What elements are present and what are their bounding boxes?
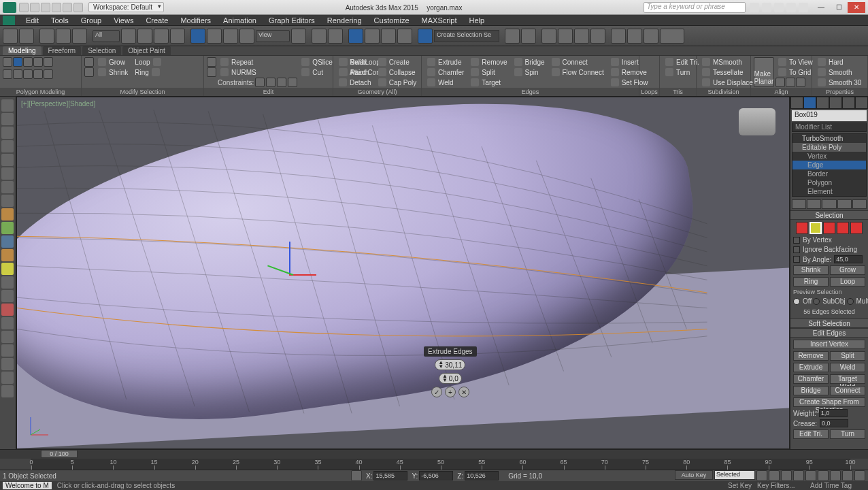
stack-edge[interactable]: Edge: [792, 161, 866, 169]
by-vertex-checkbox[interactable]: By Vertex: [793, 236, 865, 244]
so-border-icon[interactable]: [23, 57, 33, 67]
chamfer-button[interactable]: Chamfer: [424, 67, 467, 77]
remove-button[interactable]: Remove: [793, 351, 829, 361]
menu-create[interactable]: Create: [140, 16, 173, 25]
unlink-icon[interactable]: [56, 29, 71, 44]
ring-button[interactable]: Ring: [793, 277, 829, 287]
percent-snap-icon[interactable]: [381, 29, 396, 44]
ribbon-tab-objectpaint[interactable]: Object Paint: [122, 46, 170, 55]
qat-setproject-icon[interactable]: [73, 3, 83, 12]
qat-redo-icon[interactable]: [63, 3, 72, 12]
prev-sel-icon[interactable]: [84, 57, 94, 67]
viewport[interactable]: [+][Perspective][Shaded] Extrude Edges ▲…: [16, 97, 790, 449]
menu-edit[interactable]: Edit: [20, 16, 44, 25]
rollout-selection[interactable]: Selection: [790, 210, 868, 220]
lock-selection-icon[interactable]: [351, 470, 362, 481]
detach-button[interactable]: Detach: [336, 78, 374, 87]
lt-color-3[interactable]: [1, 235, 14, 248]
use-pivot-center-icon[interactable]: [291, 29, 306, 44]
so-vertex-icon[interactable]: [796, 222, 808, 234]
bridge-button[interactable]: Bridge: [512, 57, 548, 67]
attach-button[interactable]: Attach: [336, 67, 374, 77]
workspace-dropdown[interactable]: Workspace: Default: [88, 2, 164, 12]
help-icon[interactable]: [799, 3, 808, 12]
grow-button[interactable]: Grow: [830, 265, 865, 275]
keyfilters-button[interactable]: Key Filters...: [757, 482, 805, 489]
create-shape-button[interactable]: Create Shape From Selection: [793, 397, 865, 407]
show-result-icon[interactable]: [807, 199, 821, 209]
qat-new-icon[interactable]: [19, 3, 29, 12]
qslice-button[interactable]: QSlice: [299, 57, 335, 67]
flowconnect-button[interactable]: Flow Connect: [549, 67, 607, 77]
curve-editor-icon[interactable]: [574, 29, 589, 44]
align-toview-button[interactable]: To View: [775, 57, 816, 67]
edittri-button[interactable]: Edit Tri.: [793, 429, 829, 439]
edit-named-sel-icon[interactable]: [418, 29, 433, 44]
lt-12[interactable]: [1, 331, 14, 343]
crease-input[interactable]: [820, 419, 848, 427]
poly-btn-4[interactable]: [33, 69, 43, 79]
loop-button[interactable]: Loop: [132, 57, 163, 67]
toggle-ribbon-icon[interactable]: [558, 29, 573, 44]
minimize-button[interactable]: —: [812, 2, 830, 13]
so-polygon-icon[interactable]: [837, 222, 849, 234]
ring-button[interactable]: Ring: [132, 67, 163, 77]
msmooth-button[interactable]: MSmooth: [699, 57, 756, 67]
ribbon-tab-freeform[interactable]: Freeform: [43, 46, 82, 55]
stack-element[interactable]: Element: [792, 187, 866, 196]
lt-5[interactable]: [1, 154, 14, 166]
lt-1[interactable]: [1, 99, 14, 112]
so-edge-icon[interactable]: [13, 57, 22, 67]
track-bar[interactable]: 0510152025303540455055606570758085909510…: [31, 459, 850, 470]
by-angle-checkbox[interactable]: By Angle:: [793, 256, 831, 263]
stack-vertex[interactable]: Vertex: [792, 152, 866, 161]
menu-rendering[interactable]: Rendering: [322, 16, 367, 25]
preview-off-radio[interactable]: Off: [793, 297, 812, 305]
stack-border[interactable]: Border: [792, 169, 866, 178]
next-frame-icon[interactable]: [793, 470, 804, 481]
lt-16[interactable]: [1, 385, 14, 397]
insert-vertex-button[interactable]: Insert Vertex: [793, 340, 865, 349]
qat-save-icon[interactable]: [41, 3, 50, 12]
connect-button[interactable]: Connect: [549, 57, 607, 67]
preserve-uv-icon[interactable]: [207, 57, 216, 67]
turn-button[interactable]: Turn: [830, 429, 865, 439]
align-x-button[interactable]: [775, 78, 785, 87]
lt-color-6[interactable]: [1, 304, 14, 316]
constraint-none-icon[interactable]: [255, 78, 265, 87]
ribbon-tab-selection[interactable]: Selection: [82, 46, 121, 55]
lt-7[interactable]: [1, 181, 14, 193]
goto-start-icon[interactable]: [756, 470, 767, 481]
preview-multi-radio[interactable]: Multi: [847, 297, 868, 305]
transform-gizmo[interactable]: [262, 233, 316, 288]
nav-zoomext-icon[interactable]: [842, 470, 853, 481]
stack-polygon[interactable]: Polygon: [792, 178, 866, 187]
panel-title[interactable]: Edit: [204, 88, 333, 96]
redo-icon[interactable]: [19, 29, 34, 44]
ignore-backfacing-checkbox[interactable]: Ignore Backfacing: [793, 246, 865, 253]
x-input[interactable]: [373, 471, 407, 480]
collapse-button[interactable]: Collapse: [375, 67, 420, 77]
nav-zoom-icon[interactable]: [818, 470, 829, 481]
time-slider-knob[interactable]: 0 / 100: [41, 450, 78, 458]
lt-10[interactable]: [1, 290, 14, 302]
timetag-button[interactable]: Add Time Tag: [810, 482, 852, 489]
named-selection-dropdown[interactable]: Create Selection Se: [434, 30, 499, 42]
panel-title[interactable]: Properties: [812, 88, 867, 96]
rendered-frame-icon[interactable]: [644, 29, 658, 44]
panel-title[interactable]: Modify Selection: [82, 88, 203, 96]
extrude-button[interactable]: Extrude: [793, 363, 829, 372]
menu-customize[interactable]: Customize: [369, 16, 415, 25]
lt-color-2[interactable]: [1, 222, 14, 234]
lt-4[interactable]: [1, 140, 14, 152]
spin-button[interactable]: Spin: [512, 67, 548, 77]
smooth-button[interactable]: Smooth: [815, 67, 864, 77]
link-icon[interactable]: [39, 29, 54, 44]
bridge-button[interactable]: Bridge: [793, 386, 829, 395]
split-button[interactable]: Split: [468, 67, 510, 77]
help-search-input[interactable]: Type a keyword or phrase: [644, 2, 746, 13]
select-by-name-icon[interactable]: [137, 29, 152, 44]
lt-11[interactable]: [1, 317, 14, 329]
cp-tab-display-icon[interactable]: [842, 97, 855, 109]
rollout-editedges[interactable]: Edit Edges: [790, 328, 868, 338]
